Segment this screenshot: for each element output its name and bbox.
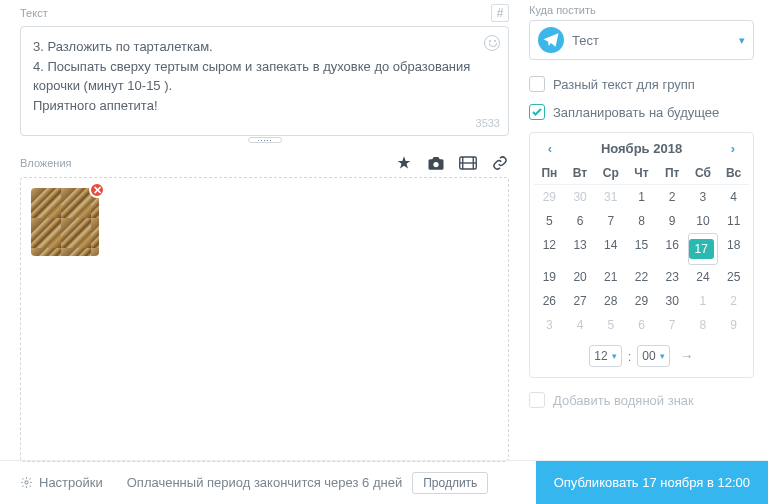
video-icon[interactable] (459, 155, 477, 171)
cal-day[interactable]: 10 (688, 209, 719, 233)
cal-day[interactable]: 7 (657, 313, 688, 337)
cal-day[interactable]: 31 (595, 185, 626, 209)
cal-day-header: Чт (626, 162, 657, 185)
link-icon[interactable] (491, 155, 509, 171)
svg-point-0 (433, 162, 438, 167)
cal-day[interactable]: 22 (626, 265, 657, 289)
paid-period-text: Оплаченный период закончится через 6 дне… (127, 475, 402, 490)
cal-day[interactable]: 8 (626, 209, 657, 233)
star-icon[interactable] (395, 155, 413, 171)
schedule-checkbox-row[interactable]: Запланировать на будущее (529, 104, 754, 120)
cal-day-header: Пн (534, 162, 565, 185)
schedule-checkbox[interactable] (529, 104, 545, 120)
cal-day[interactable]: 1 (688, 289, 719, 313)
cal-day-header: Ср (595, 162, 626, 185)
svg-point-5 (25, 481, 28, 484)
attachment-thumb[interactable]: ✕ (31, 188, 99, 256)
hour-select[interactable]: 12▾ (589, 345, 621, 367)
cal-day-header: Сб (688, 162, 719, 185)
destination-value: Тест (572, 33, 599, 48)
cal-day[interactable]: 7 (595, 209, 626, 233)
delete-attachment-icon[interactable]: ✕ (89, 182, 105, 198)
cal-day[interactable]: 16 (657, 233, 688, 265)
cal-day[interactable]: 5 (595, 313, 626, 337)
publish-button[interactable]: Опубликовать 17 ноября в 12:00 (536, 461, 768, 505)
cal-day[interactable]: 21 (595, 265, 626, 289)
destination-label: Куда постить (529, 4, 596, 16)
destination-select[interactable]: Тест ▾ (529, 20, 754, 60)
cal-day[interactable]: 17 (688, 233, 719, 265)
camera-icon[interactable] (427, 155, 445, 171)
cal-day-header: Пт (657, 162, 688, 185)
resize-handle[interactable] (20, 135, 509, 145)
cal-day[interactable]: 8 (688, 313, 719, 337)
cal-day[interactable]: 4 (565, 313, 596, 337)
cal-day[interactable]: 3 (534, 313, 565, 337)
time-confirm-icon[interactable]: → (680, 348, 694, 364)
cal-day[interactable]: 9 (657, 209, 688, 233)
char-counter: 3533 (476, 115, 500, 132)
text-section-label: Текст (20, 7, 48, 19)
post-text-area[interactable]: 3. Разложить по тарталеткам. 4. Посыпать… (20, 26, 509, 136)
diff-text-checkbox-row[interactable]: Разный текст для групп (529, 76, 754, 92)
cal-day[interactable]: 9 (718, 313, 749, 337)
settings-link[interactable]: Настройки (39, 475, 103, 490)
gear-icon (20, 476, 33, 489)
cal-next[interactable]: › (725, 141, 741, 156)
attachments-dropzone[interactable]: ✕ (20, 177, 509, 462)
chevron-down-icon: ▾ (739, 34, 745, 47)
cal-day[interactable]: 15 (626, 233, 657, 265)
cal-prev[interactable]: ‹ (542, 141, 558, 156)
cal-day[interactable]: 18 (718, 233, 749, 265)
diff-text-checkbox[interactable] (529, 76, 545, 92)
cal-day[interactable]: 25 (718, 265, 749, 289)
watermark-checkbox-row[interactable]: Добавить водяной знак (529, 392, 754, 408)
calendar: ‹ Ноябрь 2018 › ПнВтСрЧтПтСбВс2930311234… (529, 132, 754, 378)
emoji-icon[interactable] (484, 35, 500, 51)
cal-day-header: Вс (718, 162, 749, 185)
minute-select[interactable]: 00▾ (637, 345, 669, 367)
telegram-icon (538, 27, 564, 53)
cal-day[interactable]: 14 (595, 233, 626, 265)
cal-day[interactable]: 5 (534, 209, 565, 233)
cal-day[interactable]: 11 (718, 209, 749, 233)
cal-day[interactable]: 27 (565, 289, 596, 313)
cal-day[interactable]: 13 (565, 233, 596, 265)
cal-day[interactable]: 29 (534, 185, 565, 209)
cal-day[interactable]: 20 (565, 265, 596, 289)
cal-day[interactable]: 23 (657, 265, 688, 289)
cal-day[interactable]: 30 (565, 185, 596, 209)
cal-day[interactable]: 19 (534, 265, 565, 289)
cal-day[interactable]: 2 (657, 185, 688, 209)
cal-day[interactable]: 30 (657, 289, 688, 313)
cal-day[interactable]: 2 (718, 289, 749, 313)
cal-day[interactable]: 6 (626, 313, 657, 337)
hashtag-button[interactable]: # (491, 4, 509, 22)
extend-button[interactable]: Продлить (412, 472, 488, 494)
post-text-content: 3. Разложить по тарталеткам. 4. Посыпать… (33, 37, 496, 115)
cal-day[interactable]: 29 (626, 289, 657, 313)
cal-day-header: Вт (565, 162, 596, 185)
cal-day[interactable]: 24 (688, 265, 719, 289)
attachments-label: Вложения (20, 157, 72, 169)
cal-day[interactable]: 3 (688, 185, 719, 209)
cal-day[interactable]: 28 (595, 289, 626, 313)
footer-bar: Настройки Оплаченный период закончится ч… (0, 460, 768, 504)
cal-day[interactable]: 4 (718, 185, 749, 209)
cal-day[interactable]: 1 (626, 185, 657, 209)
cal-day[interactable]: 26 (534, 289, 565, 313)
cal-title: Ноябрь 2018 (601, 141, 682, 156)
cal-day[interactable]: 6 (565, 209, 596, 233)
cal-day[interactable]: 12 (534, 233, 565, 265)
watermark-checkbox[interactable] (529, 392, 545, 408)
